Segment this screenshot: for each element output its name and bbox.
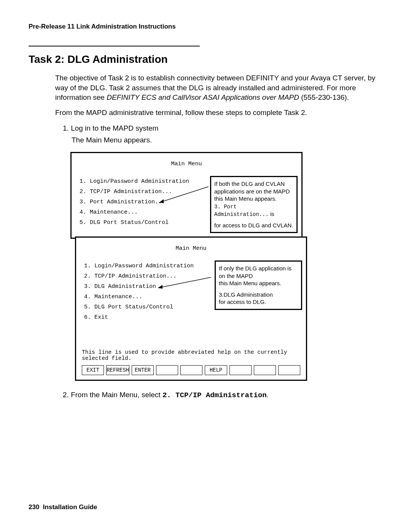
callout-mono: 3. Port Administration... [214, 204, 269, 217]
step-1-result: The Main Menu appears. [72, 136, 382, 144]
instruction-paragraph: From the MAPD administrative terminal, f… [55, 108, 382, 118]
menu-title-2: Main Menu [82, 245, 300, 252]
callout-box-2: If only the DLG application is on the MA… [215, 260, 302, 310]
menu-title-1: Main Menu [77, 161, 296, 167]
section-title: Task 2: DLG Administration [29, 53, 382, 66]
callout-line: 3.DLG Administration [219, 291, 298, 299]
callout-line: If both the DLG and CVLAN applications a… [214, 180, 293, 203]
step-2-text-c: . [267, 391, 269, 399]
terminal-screenshot-1: Main Menu 1. Login/Password Administrati… [70, 152, 303, 383]
para1-part-c: (555-230-136). [299, 93, 349, 101]
step-2-number: 2. [63, 391, 71, 399]
step-2-text-a: From the Main Menu, select [71, 391, 162, 399]
step-2-command: 2. TCP/IP Administration [162, 391, 267, 399]
blank-button[interactable] [180, 365, 202, 375]
enter-button[interactable]: ENTER [132, 365, 154, 375]
terminal-button-row: EXIT REFRESH ENTER HELP [82, 365, 300, 375]
footer-title: Installation Guide [43, 503, 97, 511]
step-1: 1. Log in to the MAPD system [63, 123, 382, 134]
callout-line: 3. Port Administration... is [214, 203, 293, 218]
callout-line: this Main Menu appears. [219, 280, 298, 287]
step-1-text: Log in to the MAPD system [71, 124, 158, 132]
intro-paragraph: The objective of Task 2 is to establish … [55, 73, 382, 102]
blank-button[interactable] [278, 365, 300, 375]
section-rule [29, 46, 200, 46]
callout-text: is [269, 211, 274, 217]
callout-line: If only the DLG application is on the MA… [219, 265, 298, 280]
running-header: Pre-Release 11 Link Administration Instr… [29, 23, 382, 30]
blank-button[interactable] [229, 365, 252, 375]
para1-italic: DEFINITY ECS and CallVisor ASAI Applicat… [107, 93, 299, 101]
exit-button[interactable]: EXIT [82, 365, 104, 375]
blank-button[interactable] [156, 365, 178, 375]
callout-line: for access to DLG and CVLAN. [214, 222, 293, 229]
help-button[interactable]: HELP [205, 365, 227, 375]
page-number: 230 [29, 503, 39, 511]
page-footer: 230 Installation Guide [29, 503, 97, 511]
document-page: Pre-Release 11 Link Administration Instr… [0, 0, 411, 532]
step-2: 2. From the Main Menu, select 2. TCP/IP … [63, 391, 382, 399]
callout-line: for access to DLG. [219, 298, 298, 306]
refresh-button[interactable]: REFRESH [106, 365, 129, 375]
callout-box-1: If both the DLG and CVLAN applications a… [210, 176, 298, 233]
blank-button[interactable] [254, 365, 276, 375]
step-1-number: 1. [63, 124, 71, 132]
menu-item: 6. Exit [84, 312, 300, 323]
terminal-screenshot-2: Main Menu 1. Login/Password Administrati… [75, 236, 307, 381]
help-line: This line is used to provide abbreviated… [82, 349, 300, 361]
